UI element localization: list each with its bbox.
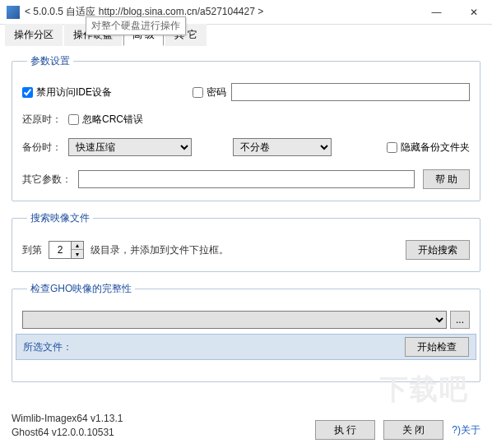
split-select[interactable]: 不分卷 — [233, 138, 332, 156]
params-group: 参数设置 禁用访问IDE设备 密码 还原时： 忽略CRC错误 备份时： 快速压缩 — [12, 54, 480, 201]
level-spinner[interactable]: ▲ ▼ — [49, 241, 84, 259]
crc-label: 忽略CRC错误 — [82, 113, 143, 127]
version-wimlib: Wimlib-Imagex64 v1.13.1 — [12, 412, 123, 426]
other-label: 其它参数： — [22, 173, 72, 187]
search-group: 搜索映像文件 到第 ▲ ▼ 级目录，并添加到文件下拉框。 开始搜索 — [12, 211, 480, 272]
hide-checkbox-wrap[interactable]: 隐藏备份文件夹 — [387, 141, 470, 155]
search-prefix: 到第 — [22, 243, 42, 257]
restore-label: 还原时： — [22, 113, 62, 127]
tabstrip: 操作分区 操作硬盘 高 级 其 它 对整个硬盘进行操作 — [0, 25, 492, 46]
pwd-input[interactable] — [231, 83, 470, 101]
selected-label: 所选文件： — [23, 340, 72, 354]
spinner-up-icon[interactable]: ▲ — [72, 242, 83, 250]
search-button[interactable]: 开始搜索 — [406, 240, 470, 260]
pwd-label: 密码 — [207, 85, 226, 99]
check-group: 检查GHO映像的完整性 ... 所选文件： 开始检查 — [12, 282, 480, 382]
version-info: Wimlib-Imagex64 v1.13.1 Ghost64 v12.0.0.… — [12, 412, 123, 440]
check-legend: 检查GHO映像的完整性 — [27, 282, 135, 296]
crc-checkbox[interactable] — [68, 114, 79, 125]
about-link[interactable]: ?)关于 — [452, 423, 480, 437]
help-button[interactable]: 帮 助 — [423, 169, 470, 189]
window-title: < 5.0.0.5 自适应 http://blog.sina.com.cn/a5… — [25, 5, 418, 19]
close-button[interactable]: ✕ — [455, 0, 492, 25]
search-suffix: 级目录，并添加到文件下拉框。 — [91, 243, 229, 257]
params-legend: 参数设置 — [27, 54, 73, 68]
hide-label: 隐藏备份文件夹 — [401, 141, 470, 155]
browse-button[interactable]: ... — [450, 311, 470, 329]
tab-partition[interactable]: 操作分区 — [5, 24, 63, 46]
crc-checkbox-wrap[interactable]: 忽略CRC错误 — [68, 113, 143, 127]
pwd-checkbox[interactable] — [193, 87, 203, 98]
ide-label: 禁用访问IDE设备 — [36, 85, 112, 99]
check-button[interactable]: 开始检查 — [405, 337, 469, 357]
tooltip: 对整个硬盘进行操作 — [86, 16, 186, 35]
execute-button[interactable]: 执 行 — [315, 420, 375, 440]
hide-checkbox[interactable] — [387, 142, 397, 153]
spinner-down-icon[interactable]: ▼ — [72, 250, 83, 258]
search-legend: 搜索映像文件 — [27, 211, 93, 225]
ide-checkbox-wrap[interactable]: 禁用访问IDE设备 — [22, 85, 112, 99]
minimize-button[interactable]: — — [418, 0, 455, 25]
ide-checkbox[interactable] — [22, 87, 33, 98]
backup-label: 备份时： — [22, 141, 62, 155]
other-input[interactable] — [78, 170, 415, 188]
level-input[interactable] — [49, 241, 72, 259]
gho-select[interactable] — [22, 311, 447, 329]
compress-select[interactable]: 快速压缩 — [68, 138, 192, 156]
close-app-button[interactable]: 关 闭 — [383, 420, 443, 440]
pwd-checkbox-wrap[interactable]: 密码 — [193, 85, 226, 99]
app-icon — [7, 6, 20, 19]
version-ghost: Ghost64 v12.0.0.10531 — [12, 426, 123, 440]
